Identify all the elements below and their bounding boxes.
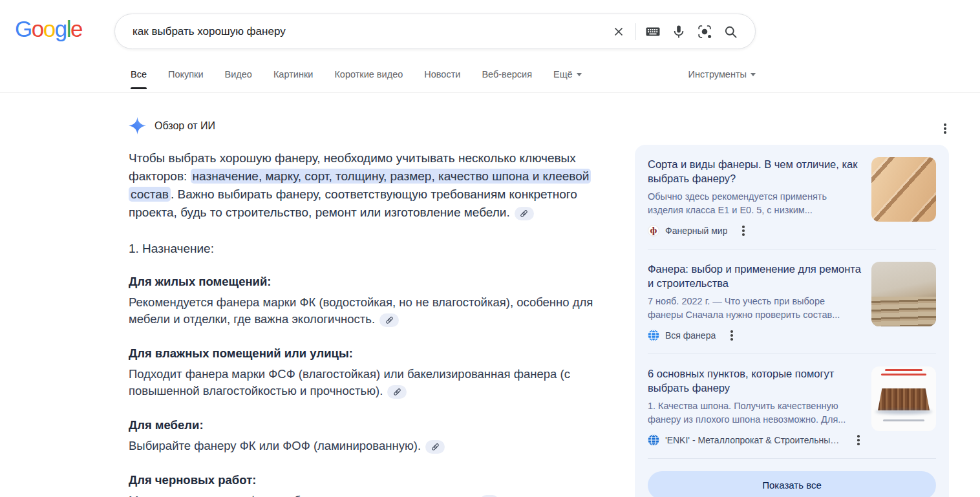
card-snippet: 1. Качества шпона. Получить качественную… — [648, 399, 861, 427]
item-text: Выбирайте фанеру ФК или ФОФ (ламинирован… — [129, 439, 421, 452]
lens-search-button[interactable] — [692, 19, 718, 45]
card-menu-button[interactable] — [729, 329, 734, 342]
source-row: Вся фанера — [648, 329, 861, 342]
card-snippet: Обычно здесь рекомендуется применять изд… — [648, 190, 861, 217]
ai-item-heading: Для влажных помещений или улицы: — [129, 346, 602, 361]
tab-label: Видео — [225, 69, 252, 79]
search-bar — [114, 14, 756, 49]
google-logo[interactable]: Google — [15, 16, 82, 42]
tab-images[interactable]: Картинки — [273, 69, 313, 89]
show-all-button[interactable]: Показать все — [648, 471, 936, 497]
search-input[interactable] — [131, 25, 606, 39]
chevron-down-icon — [751, 73, 756, 76]
card-thumbnail[interactable] — [871, 262, 936, 326]
card-body: Фанера: выбор и применение для ремонта и… — [648, 262, 871, 342]
tab-web[interactable]: Веб-версия — [482, 69, 532, 89]
chevron-down-icon — [577, 73, 582, 76]
card-title: Сорта и виды фанеры. В чем отличие, как … — [648, 157, 861, 185]
search-bar-divider — [635, 23, 636, 40]
item-text: Подходит фанера марки ФСФ (влагостойкая)… — [129, 367, 570, 397]
source-name: Вся фанера — [665, 330, 716, 341]
tab-label: Инструменты — [688, 69, 747, 79]
ai-item-text: Рекомендуется фанера марки ФК (водостойк… — [129, 294, 602, 328]
source-link-chip[interactable] — [425, 440, 445, 454]
ai-item-text: Можно использовать фанеру более низких с… — [129, 492, 602, 497]
three-dot-menu-icon — [944, 123, 946, 134]
ai-intro-paragraph: Чтобы выбрать хорошую фанеру, необходимо… — [129, 149, 602, 222]
ai-item-heading: Для мебели: — [129, 418, 602, 432]
logo-letter: o — [43, 16, 55, 42]
tab-news[interactable]: Новости — [424, 69, 460, 89]
card-snippet: 7 нояб. 2022 г. — Что учесть при выборе … — [648, 295, 861, 322]
card-menu-button[interactable] — [856, 434, 861, 447]
ai-overview-header: Обзор от ИИ — [129, 117, 602, 134]
keyboard-icon — [645, 24, 661, 39]
ai-overview-panel: Обзор от ИИ Чтобы выбрать хорошую фанеру… — [129, 117, 602, 497]
tools-button[interactable]: Инструменты — [688, 69, 756, 89]
ai-section-title: 1. Назначение: — [129, 242, 602, 256]
ai-overview-label: Обзор от ИИ — [154, 120, 215, 132]
tab-label: Новости — [424, 69, 460, 79]
item-text: Можно использовать фанеру более низких с… — [129, 494, 475, 497]
virtual-keyboard-button[interactable] — [640, 19, 666, 45]
microphone-icon — [671, 24, 687, 39]
header-divider — [0, 92, 980, 93]
logo-letter: g — [55, 16, 67, 42]
logo-letter: e — [70, 16, 82, 42]
close-icon — [612, 25, 626, 39]
card-divider — [648, 458, 936, 459]
source-link-chip[interactable] — [387, 385, 407, 399]
voice-search-button[interactable] — [666, 19, 692, 45]
logo-letter: G — [15, 16, 32, 42]
tab-all[interactable]: Все — [131, 69, 147, 89]
tab-shopping[interactable]: Покупки — [168, 69, 204, 89]
card-body: 6 основных пунктов, которые помогут выбр… — [648, 366, 871, 447]
related-links-panel: Сорта и виды фанеры. В чем отличие, как … — [635, 145, 949, 497]
clear-search-button[interactable] — [606, 19, 632, 45]
tab-videos[interactable]: Видео — [225, 69, 252, 89]
globe-favicon-icon — [648, 434, 659, 446]
ai-item-heading: Для черновых работ: — [129, 473, 602, 487]
globe-favicon-icon — [648, 330, 659, 341]
search-submit-button[interactable] — [718, 19, 743, 45]
results-tabs: Все Покупки Видео Картинки Короткие виде… — [131, 69, 756, 89]
tab-short-videos[interactable]: Короткие видео — [334, 69, 403, 89]
source-link-chip[interactable] — [515, 207, 534, 220]
ai-item-text: Подходит фанера марки ФСФ (влагостойкая)… — [129, 366, 602, 399]
source-row: ф Фанерный мир — [648, 224, 861, 237]
source-link-chip[interactable] — [379, 313, 399, 327]
ai-item-text: Выбирайте фанеру ФК или ФОФ (ламинирован… — [129, 438, 602, 454]
tab-label: Картинки — [273, 69, 313, 79]
tab-label: Короткие видео — [334, 69, 403, 79]
tab-more[interactable]: Ещё — [553, 69, 582, 89]
google-lens-icon — [697, 24, 712, 39]
tab-label: Веб-версия — [482, 69, 532, 79]
card-title: Фанера: выбор и применение для ремонта и… — [648, 262, 861, 290]
source-row: 'ENKI' - Металлопрокат & Строительные ..… — [648, 434, 861, 447]
ai-item-heading: Для жилых помещений: — [129, 275, 602, 289]
item-text: Рекомендуется фанера марки ФК (водостойк… — [129, 295, 593, 326]
google-serp-page: { "logo": {"letters": ["G","o","o","g","… — [0, 0, 980, 497]
related-card[interactable]: Сорта и виды фанеры. В чем отличие, как … — [635, 145, 949, 237]
card-thumbnail[interactable] — [871, 157, 936, 222]
tab-label: Покупки — [168, 69, 204, 79]
source-name: Фанерный мир — [665, 226, 727, 236]
card-body: Сорта и виды фанеры. В чем отличие, как … — [648, 157, 871, 237]
logo-letter: o — [32, 16, 43, 42]
card-title: 6 основных пунктов, которые помогут выбр… — [648, 366, 861, 395]
related-card[interactable]: Фанера: выбор и применение для ремонта и… — [635, 249, 949, 342]
tab-label: Ещё — [553, 69, 573, 79]
related-card[interactable]: 6 основных пунктов, которые помогут выбр… — [635, 354, 949, 447]
card-menu-button[interactable] — [741, 224, 746, 237]
site-favicon: ф — [648, 225, 659, 237]
tab-label: Все — [131, 69, 147, 79]
ai-overview-menu-button[interactable] — [937, 120, 953, 137]
search-icon — [723, 24, 738, 39]
ai-sparkle-icon — [129, 117, 146, 134]
source-name: 'ENKI' - Металлопрокат & Строительные ..… — [665, 435, 842, 445]
card-thumbnail[interactable] — [871, 366, 936, 431]
intro-text: . Важно выбирать фанеру, соответствующую… — [129, 187, 577, 219]
